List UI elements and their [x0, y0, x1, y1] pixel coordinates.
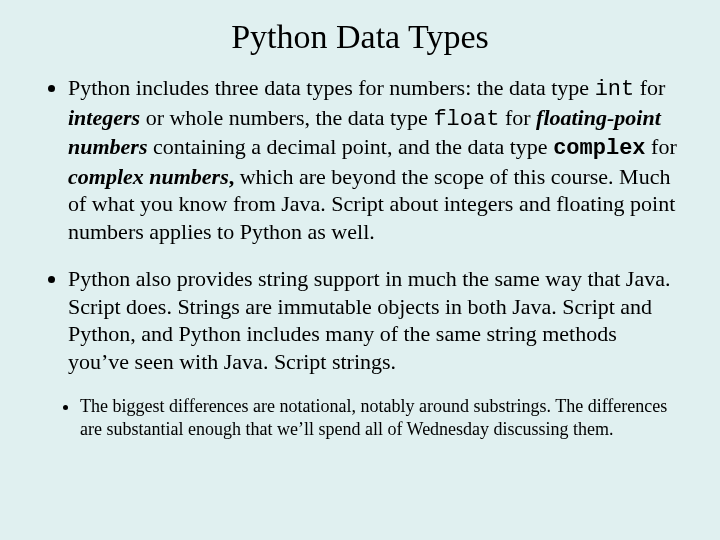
b1-text-5: containing a decimal point, and the data… — [147, 134, 553, 159]
bullet-list: Python includes three data types for num… — [40, 74, 680, 375]
sub-bullet-1: The biggest differences are notational, … — [80, 395, 680, 440]
b1-text-6: for — [646, 134, 677, 159]
sub-bullet-list: The biggest differences are notational, … — [40, 395, 680, 440]
b1-text-4: for — [499, 105, 536, 130]
b1-code-complex: complex — [553, 136, 645, 161]
b1-code-float: float — [433, 107, 499, 132]
slide-title: Python Data Types — [40, 18, 680, 56]
b1-em-complex: complex numbers — [68, 164, 229, 189]
bullet-2: Python also provides string support in m… — [68, 265, 680, 375]
b1-code-int: int — [595, 77, 635, 102]
b1-text-1: Python includes three data types for num… — [68, 75, 595, 100]
slide: Python Data Types Python includes three … — [0, 0, 720, 540]
b1-text-3: or whole numbers, the data type — [140, 105, 433, 130]
b1-text-2: for — [634, 75, 665, 100]
bullet-1: Python includes three data types for num… — [68, 74, 680, 245]
b1-em-integers: integers — [68, 105, 140, 130]
